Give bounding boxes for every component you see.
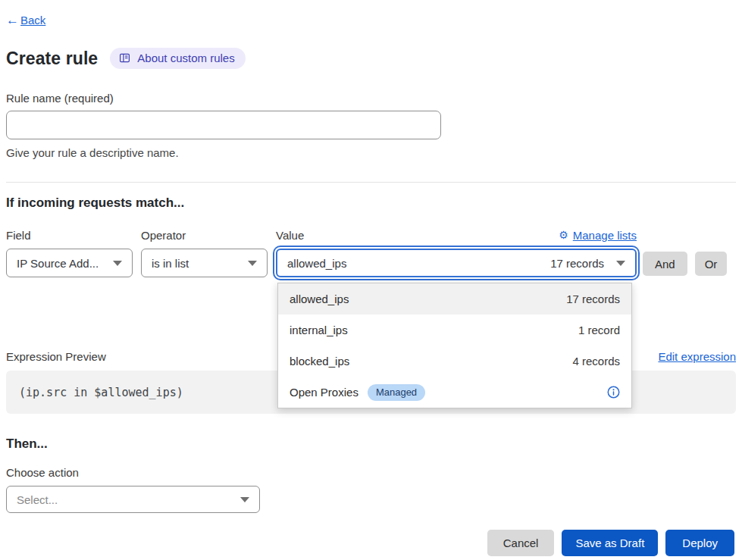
value-selected-count: 17 records bbox=[550, 257, 604, 270]
back-arrow-icon: ← bbox=[6, 14, 19, 27]
list-option-blocked-ips[interactable]: blocked_ips 4 records bbox=[278, 346, 631, 377]
info-icon[interactable] bbox=[607, 386, 620, 399]
list-option-count: 1 record bbox=[578, 324, 620, 336]
save-as-draft-button[interactable]: Save as Draft bbox=[562, 530, 658, 556]
choose-action-label: Choose action bbox=[6, 466, 736, 479]
list-option-name: internal_ips bbox=[290, 324, 348, 336]
create-rule-page: ← Back Create rule About custom rules Ru… bbox=[0, 0, 742, 560]
section-divider bbox=[6, 182, 736, 183]
manage-lists-link[interactable]: ⚙ Manage lists bbox=[559, 229, 637, 242]
book-icon bbox=[119, 52, 130, 64]
list-option-internal-ips[interactable]: internal_ips 1 record bbox=[278, 314, 631, 346]
deploy-button[interactable]: Deploy bbox=[665, 530, 734, 556]
field-select[interactable]: IP Source Add... bbox=[6, 249, 133, 277]
rule-name-help-text: Give your rule a descriptive name. bbox=[6, 146, 736, 159]
list-dropdown-panel: allowed_ips 17 records internal_ips 1 re… bbox=[277, 283, 632, 408]
managed-badge: Managed bbox=[368, 384, 425, 401]
value-combobox[interactable]: allowed_ips 17 records bbox=[276, 249, 637, 277]
value-column: Value ⚙ Manage lists allowed_ips 17 reco… bbox=[276, 228, 637, 277]
list-option-count: 4 records bbox=[572, 355, 620, 368]
list-option-name: Open Proxies bbox=[290, 386, 358, 399]
manage-lists-label: Manage lists bbox=[573, 229, 637, 242]
list-option-allowed-ips[interactable]: allowed_ips 17 records bbox=[278, 283, 631, 314]
about-badge-label: About custom rules bbox=[137, 52, 234, 64]
about-custom-rules-link[interactable]: About custom rules bbox=[110, 48, 245, 69]
field-label: Field bbox=[6, 228, 133, 242]
logic-buttons: And Or bbox=[643, 228, 736, 277]
list-option-name: blocked_ips bbox=[290, 355, 349, 368]
rule-name-label: Rule name (required) bbox=[6, 92, 736, 105]
expression-code: (ip.src in $allowed_ips) bbox=[19, 386, 183, 399]
operator-select-value: is in list bbox=[152, 257, 189, 270]
operator-label: Operator bbox=[141, 228, 268, 242]
and-button[interactable]: And bbox=[643, 252, 687, 276]
gear-icon: ⚙ bbox=[559, 230, 568, 240]
or-button[interactable]: Or bbox=[695, 252, 728, 276]
expression-preview-label: Expression Preview bbox=[6, 350, 106, 363]
edit-expression-link[interactable]: Edit expression bbox=[658, 350, 736, 363]
rule-name-input[interactable] bbox=[6, 111, 441, 139]
action-select[interactable]: Select... bbox=[6, 486, 260, 513]
title-row: Create rule About custom rules bbox=[6, 48, 736, 69]
list-option-open-proxies[interactable]: Open Proxies Managed bbox=[278, 377, 631, 408]
then-section-heading: Then... bbox=[6, 436, 736, 452]
footer-actions: Cancel Save as Draft Deploy bbox=[6, 530, 736, 556]
operator-select[interactable]: is in list bbox=[141, 249, 268, 277]
match-controls-row: Field IP Source Add... Operator is in li… bbox=[6, 228, 736, 277]
chevron-down-icon bbox=[113, 261, 122, 266]
action-select-placeholder: Select... bbox=[17, 493, 58, 506]
chevron-down-icon bbox=[248, 261, 257, 266]
chevron-down-icon bbox=[240, 497, 249, 502]
match-section-heading: If incoming requests match... bbox=[6, 196, 736, 211]
field-select-value: IP Source Add... bbox=[17, 257, 99, 270]
value-selected-name: allowed_ips bbox=[287, 257, 346, 270]
chevron-down-icon bbox=[616, 261, 625, 266]
back-link[interactable]: Back bbox=[20, 14, 45, 27]
back-row: ← Back bbox=[6, 14, 736, 27]
operator-column: Operator is in list bbox=[141, 228, 268, 277]
list-option-name: allowed_ips bbox=[290, 293, 349, 305]
field-column: Field IP Source Add... bbox=[6, 228, 133, 277]
value-label: Value bbox=[276, 229, 304, 242]
cancel-button[interactable]: Cancel bbox=[487, 530, 555, 556]
page-title: Create rule bbox=[6, 48, 98, 69]
list-option-count: 17 records bbox=[566, 293, 620, 305]
